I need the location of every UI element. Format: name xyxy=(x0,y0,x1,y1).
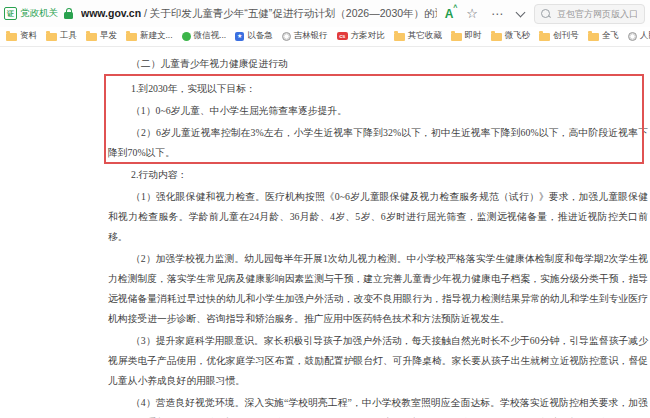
bookmark-item[interactable]: 资料 xyxy=(6,30,37,42)
folder-icon xyxy=(394,33,405,41)
more-menu-icon[interactable]: ⋯ xyxy=(491,7,504,21)
paragraph-action-4: （4）营造良好视觉环境。深入实施“学校明亮工程”，中小学校教室照明应全面达标。学… xyxy=(108,393,648,418)
green-app-icon xyxy=(182,32,191,41)
bookmarks-bar: 资料 工具 早发 新建文... 微信视... ★以备急 吉林银行 cs方案对比 … xyxy=(0,27,650,47)
paragraph-action-3: （3）提升家庭科学用眼意识。家长积极引导孩子加强户外活动，每天接触自然光时长不少… xyxy=(108,331,648,391)
bookmark-item[interactable]: cs方案对比 xyxy=(337,30,385,42)
paragraph-goal-2: （2）6岁儿童近视率控制在3%左右，小学生近视率下降到32%以下，初中生近视率下… xyxy=(108,123,648,163)
url-host: www.gov.cn xyxy=(81,7,141,19)
bookmark-item[interactable]: 人民日报 xyxy=(628,30,650,42)
folder-icon xyxy=(126,33,137,41)
bookmark-item[interactable]: 吉林银行 xyxy=(282,30,328,42)
lock-icon[interactable] xyxy=(64,12,73,19)
translate-icon[interactable]: A xyxy=(445,7,454,21)
folder-icon xyxy=(6,33,17,41)
bookmark-item[interactable]: 新建文... xyxy=(126,30,173,42)
bookmark-item[interactable]: 微信视... xyxy=(182,30,227,42)
search-icon xyxy=(541,9,550,18)
bookmark-item[interactable]: 全飞 xyxy=(588,30,619,42)
paragraph-goal-1: （1）0~6岁儿童、中小学生屈光筛查率逐步提升。 xyxy=(108,101,648,121)
bookmark-item[interactable]: 微飞秒 xyxy=(491,30,531,42)
globe-icon xyxy=(628,32,637,41)
section-heading: （二）儿童青少年视力健康促进行动 xyxy=(108,54,648,74)
paragraph-action-intro: 2.行动内容： xyxy=(108,165,648,185)
bookmark-star-icon[interactable]: ☆ xyxy=(466,6,478,21)
folder-icon xyxy=(86,33,97,41)
browser-window: 证 党政机关 www.gov.cn / 关于印发儿童青少年“五健”促进行动计划（… xyxy=(0,0,650,418)
folder-icon xyxy=(491,33,502,41)
folder-icon xyxy=(539,33,550,41)
chevron-down-icon[interactable] xyxy=(516,7,526,17)
url-text[interactable]: www.gov.cn / 关于印发儿童青少年“五健”促进行动计划（2026—20… xyxy=(81,7,437,21)
bookmark-item[interactable]: 早发 xyxy=(86,30,117,42)
url-page-title: / 关于印发儿童青少年“五健”促进行动计划（2026—2030年）的通知_国务院… xyxy=(141,7,437,19)
bookmark-item[interactable]: 其它收藏 xyxy=(394,30,442,42)
folder-icon xyxy=(451,33,462,41)
paragraph-action-2: （2）加强学校视力监测。幼儿园每半年开展1次幼儿视力检测。中小学校严格落实学生健… xyxy=(108,249,648,329)
bookmark-item[interactable]: 即时 xyxy=(451,30,482,42)
red-app-icon: cs xyxy=(337,32,348,40)
address-bar: 证 党政机关 www.gov.cn / 关于印发儿童青少年“五健”促进行动计划（… xyxy=(0,0,650,27)
folder-icon xyxy=(46,33,57,41)
bookmark-item[interactable]: 工具 xyxy=(46,30,77,42)
browser-search-box[interactable] xyxy=(534,4,645,24)
paragraph-goal-intro: 1.到2030年，实现以下目标： xyxy=(108,79,648,99)
paragraph-action-1: （1）强化眼保健和视力检查。医疗机构按照《0~6岁儿童眼保健及视力检查服务规范（… xyxy=(108,187,648,247)
search-input[interactable] xyxy=(555,8,639,20)
site-verification-badge[interactable]: 证 党政机关 xyxy=(4,7,58,20)
bookmark-item[interactable]: ★以备急 xyxy=(235,30,273,42)
bookmark-item[interactable]: 创刊号 xyxy=(539,30,579,42)
verified-certificate-icon: 证 xyxy=(4,7,17,20)
folder-icon xyxy=(588,33,599,41)
site-verification-label: 党政机关 xyxy=(20,7,58,20)
page-content: （二）儿童青少年视力健康促进行动 1.到2030年，实现以下目标： （1）0~6… xyxy=(0,47,650,418)
blue-app-icon: ★ xyxy=(235,32,244,41)
globe-icon xyxy=(282,32,291,41)
